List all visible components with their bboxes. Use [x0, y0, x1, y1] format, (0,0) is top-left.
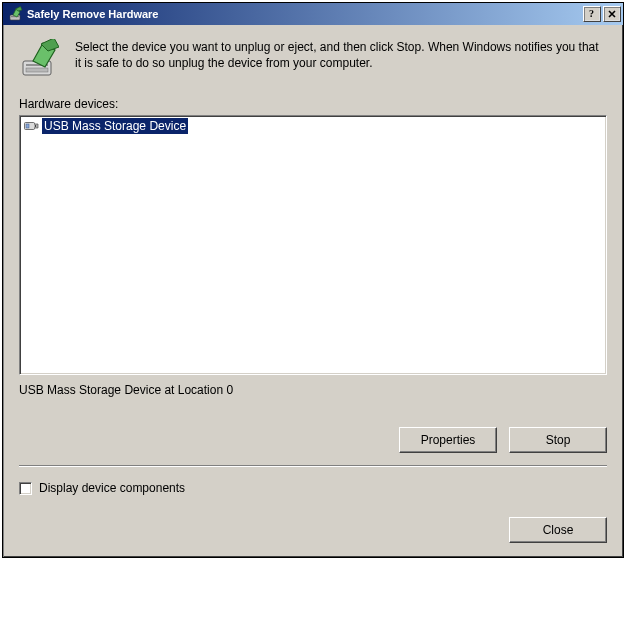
display-components-row[interactable]: Display device components [19, 481, 185, 495]
title-bar: Safely Remove Hardware ? [3, 3, 623, 25]
svg-rect-5 [26, 68, 48, 72]
close-window-button[interactable] [603, 6, 621, 22]
usb-device-icon [23, 118, 39, 134]
device-list-item[interactable]: USB Mass Storage Device [21, 117, 605, 135]
stop-button[interactable]: Stop [509, 427, 607, 453]
display-components-checkbox[interactable] [19, 482, 32, 495]
properties-button[interactable]: Properties [399, 427, 497, 453]
eject-device-icon [7, 6, 23, 22]
instruction-text: Select the device you want to unplug or … [75, 39, 607, 79]
safely-remove-hardware-dialog: Safely Remove Hardware ? [2, 2, 624, 558]
svg-rect-8 [35, 125, 36, 127]
display-components-label: Display device components [39, 481, 185, 495]
device-name-text: USB Mass Storage Device [42, 118, 188, 134]
safely-remove-icon [19, 39, 59, 79]
hardware-devices-label: Hardware devices: [19, 97, 607, 111]
separator [19, 465, 607, 467]
device-status-text: USB Mass Storage Device at Location 0 [19, 383, 607, 397]
hardware-devices-list[interactable]: USB Mass Storage Device [19, 115, 607, 375]
svg-text:?: ? [589, 9, 594, 19]
close-button[interactable]: Close [509, 517, 607, 543]
window-title: Safely Remove Hardware [27, 8, 581, 20]
svg-rect-7 [26, 124, 29, 128]
help-button[interactable]: ? [583, 6, 601, 22]
